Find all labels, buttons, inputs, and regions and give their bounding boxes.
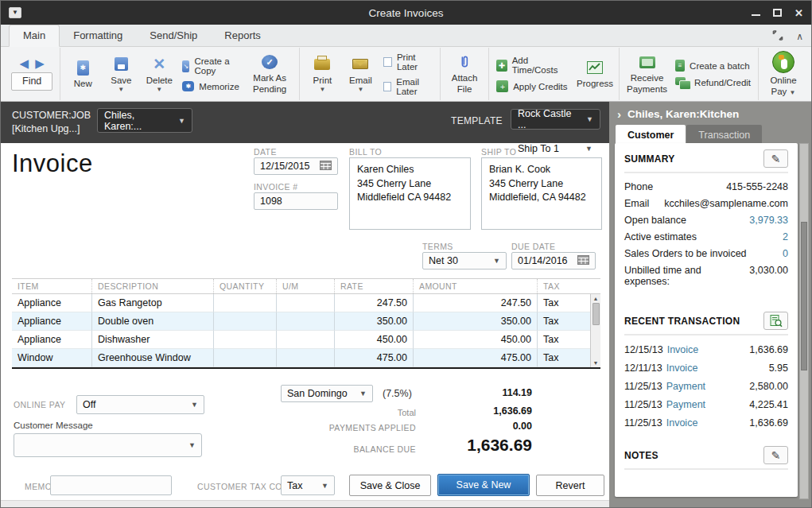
table-row[interactable]: Window Greenhouse Window 475.00 475.00 T… xyxy=(12,349,590,367)
customer-tax-code-label: CUSTOMER TAX CODE xyxy=(197,482,294,491)
print-later-checkbox[interactable]: Print Later xyxy=(383,52,433,72)
receive-payments-button[interactable]: Receive Payments xyxy=(627,52,667,95)
memo-input[interactable] xyxy=(50,475,172,495)
minimize-button[interactable] xyxy=(752,10,760,16)
panel-scrollbar[interactable] xyxy=(799,143,809,499)
bill-to-box[interactable]: Karen Chiles 345 Cherry Lane Middlefield… xyxy=(349,157,471,230)
edit-summary-button[interactable]: ✎ xyxy=(763,149,788,168)
due-date-field[interactable]: 01/14/2016 xyxy=(511,252,596,270)
calendar-icon[interactable] xyxy=(320,160,332,173)
collapse-panel-icon[interactable]: › xyxy=(617,107,621,121)
transaction-row: 11/25/13 Payment 4,225.41 xyxy=(624,395,788,413)
create-invoices-window: ▼ Create Invoices ✕ Main Formatting Send… xyxy=(0,0,812,508)
ship-to-box[interactable]: Brian K. Cook 345 Cherry Lane Middlefiel… xyxy=(481,157,602,230)
transaction-link[interactable]: Payment xyxy=(666,381,750,392)
save-new-button[interactable]: Save & New xyxy=(437,474,530,496)
online-pay-caret[interactable]: ▼ xyxy=(790,89,796,96)
find-button[interactable]: ◀ ▶ Find xyxy=(11,57,52,91)
chevron-down-icon: ▼ xyxy=(493,257,500,265)
transaction-link[interactable]: Invoice xyxy=(666,417,750,429)
table-row[interactable]: Appliance Gas Rangetop 247.50 247.50 Tax xyxy=(12,294,590,312)
transaction-link[interactable]: Payment xyxy=(666,399,750,410)
create-batch-button[interactable]: ≡ Create a batch xyxy=(675,60,751,72)
tax-amount: 114.19 xyxy=(437,387,532,398)
invoice-number-label: INVOICE # xyxy=(254,182,298,192)
tab-formatting[interactable]: Formatting xyxy=(60,25,136,46)
transaction-report-button[interactable] xyxy=(763,312,788,330)
table-row[interactable]: Appliance Double oven 350.00 350.00 Tax xyxy=(12,312,590,331)
calendar-icon[interactable] xyxy=(577,254,589,267)
print-dropdown-caret[interactable]: ▼ xyxy=(319,87,325,93)
panel-scrollbar-thumb[interactable] xyxy=(801,222,807,370)
create-copy-button[interactable]: ↘ Create a Copy xyxy=(182,56,239,76)
forward-arrow-icon[interactable]: ▶ xyxy=(35,57,45,69)
chevron-down-icon: ▼ xyxy=(585,145,592,153)
tax-agency-select[interactable]: San Domingo▼ xyxy=(281,385,373,402)
customer-job-select[interactable]: Chiles, Karen:...▼ xyxy=(97,108,192,133)
delete-button[interactable]: ✕ Delete ▼ xyxy=(144,55,174,94)
terms-label: TERMS xyxy=(422,242,453,251)
apply-credits-button[interactable]: ＋ Apply Credits xyxy=(496,80,570,92)
transaction-link[interactable]: Invoice xyxy=(667,344,750,355)
save-dropdown-caret[interactable]: ▼ xyxy=(118,87,124,93)
notes-title: NOTES xyxy=(624,450,659,461)
refund-credit-icon xyxy=(675,77,690,88)
summary-row: Sales Orders to be invoiced0 xyxy=(624,245,788,262)
table-scrollbar[interactable]: ▲ ▼ xyxy=(590,294,600,367)
save-close-button[interactable]: Save & Close xyxy=(349,475,431,496)
refund-credit-button[interactable]: Refund/Credit xyxy=(675,77,751,88)
email-later-checkbox-box[interactable] xyxy=(383,82,391,91)
terms-select[interactable]: Net 30▼ xyxy=(422,252,507,270)
table-row[interactable]: Appliance Dishwasher 450.00 450.00 Tax xyxy=(12,331,590,349)
chevron-down-icon: ▼ xyxy=(188,441,196,449)
tab-main[interactable]: Main xyxy=(9,25,60,47)
summary-row: Open balance3,979.33 xyxy=(624,211,788,228)
sales-orders-link[interactable]: 0 xyxy=(783,248,788,259)
online-pay-select[interactable]: Off▼ xyxy=(76,395,204,414)
new-button[interactable]: ✱ New xyxy=(68,58,98,90)
back-arrow-icon[interactable]: ◀ xyxy=(20,57,29,69)
date-field[interactable]: 12/15/2015 xyxy=(254,157,338,175)
print-later-checkbox-box[interactable] xyxy=(383,57,392,67)
chevron-down-icon: ▼ xyxy=(586,115,593,123)
online-pay-label: ONLINE PAY xyxy=(14,400,65,409)
invoice-number-field[interactable]: 1098 xyxy=(254,192,338,210)
email-dropdown-caret[interactable]: ▼ xyxy=(357,87,363,93)
add-time-costs-button[interactable]: ✚ Add Time/Costs xyxy=(496,56,570,75)
collapse-ribbon-icon[interactable]: ∧ xyxy=(796,31,803,42)
scrollbar-thumb[interactable] xyxy=(592,303,600,325)
customer-tax-code-select[interactable]: Tax▼ xyxy=(281,475,335,495)
tab-send-ship[interactable]: Send/Ship xyxy=(136,25,211,46)
scroll-up-icon[interactable]: ▲ xyxy=(593,294,599,303)
maximize-button[interactable] xyxy=(773,9,782,17)
email-button[interactable]: Email ▼ xyxy=(345,55,375,94)
payments-applied-label: PAYMENTS APPLIED xyxy=(271,423,416,432)
tab-reports[interactable]: Reports xyxy=(211,25,274,46)
ship-to-select[interactable]: Ship To 1▼ xyxy=(518,143,592,154)
save-button[interactable]: Save ▼ xyxy=(106,55,136,94)
ribbon-tabs: Main Formatting Send/Ship Reports ∧ xyxy=(1,25,811,47)
open-balance-link[interactable]: 3,979.33 xyxy=(749,215,788,226)
create-batch-icon: ≡ xyxy=(675,60,685,72)
close-button[interactable]: ✕ xyxy=(795,7,803,19)
transaction-link[interactable]: Invoice xyxy=(666,363,769,374)
printer-icon xyxy=(314,59,330,70)
bottom-strip xyxy=(1,500,609,507)
delete-dropdown-caret[interactable]: ▼ xyxy=(156,87,162,93)
bill-to-label: BILL TO xyxy=(349,147,382,157)
online-pay-button[interactable]: Online Pay ▼ xyxy=(766,50,801,98)
full-screen-icon[interactable] xyxy=(772,29,783,44)
template-select[interactable]: Rock Castle ...▼ xyxy=(511,109,600,130)
scroll-down-icon[interactable]: ▼ xyxy=(593,359,599,367)
print-button[interactable]: Print ▼ xyxy=(307,55,337,94)
revert-button[interactable]: Revert xyxy=(536,475,604,496)
memorize-button[interactable]: ✱ Memorize xyxy=(182,81,239,91)
progress-button[interactable]: Progress xyxy=(578,58,612,90)
attach-file-button[interactable]: Attach File xyxy=(448,52,481,95)
panel-header[interactable]: › Chiles, Karen:Kitchen xyxy=(617,107,739,121)
customer-message-select[interactable]: ▼ xyxy=(14,433,202,457)
edit-notes-button[interactable]: ✎ xyxy=(763,446,788,464)
email-later-checkbox[interactable]: Email Later xyxy=(383,77,433,96)
mark-as-pending-button[interactable]: ✓ Mark As Pending xyxy=(247,52,293,95)
active-estimates-link[interactable]: 2 xyxy=(783,231,788,242)
